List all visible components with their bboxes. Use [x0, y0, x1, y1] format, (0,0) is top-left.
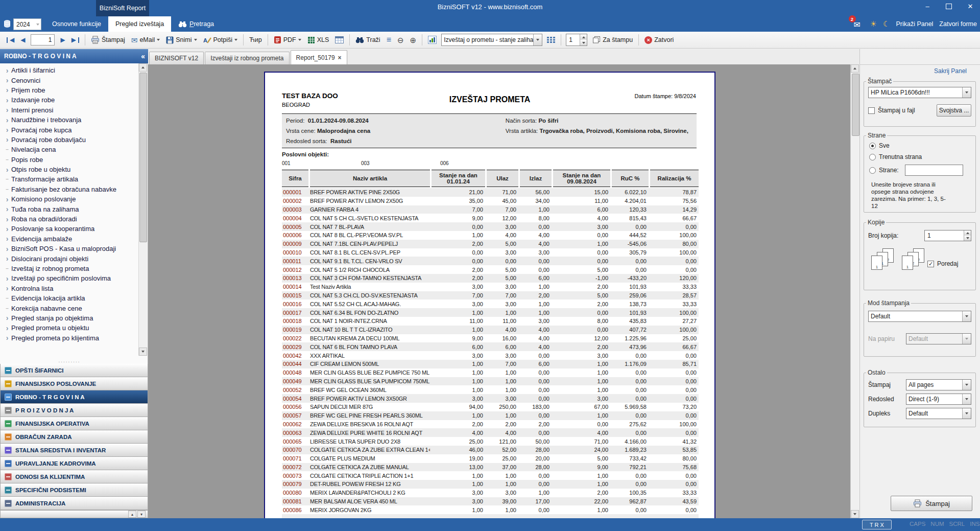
step-up-icon[interactable]	[580, 34, 587, 40]
sidebar-scrollbar[interactable]	[138, 63, 147, 356]
sidebar-item[interactable]: › Dislocirani prodajni objekti	[0, 253, 139, 263]
first-page-button[interactable]: ◀	[4, 35, 17, 45]
last-page-button[interactable]: ▶	[69, 35, 82, 45]
table-row[interactable]: 000009 COL NAT 7.1BL CEN-PLAV.PEPELJ 2,0…	[282, 240, 699, 248]
sidebar-item[interactable]: – Korekcija nabavne cene	[0, 303, 139, 313]
sidebar-item[interactable]: › Poslovanje sa kooperantima	[0, 224, 139, 234]
module-button[interactable]: OBRAČUN ZARADA	[0, 430, 148, 444]
pages-range-input[interactable]	[905, 165, 963, 176]
table-row[interactable]: 000048 MER CLIN GLASS BLUE BEZ PUMPICE 7…	[282, 368, 699, 377]
close-icon[interactable]: ×	[338, 54, 342, 61]
document-tab[interactable]: Izveštaji iz robnog prometa	[205, 52, 289, 64]
sidebar-item[interactable]: – Izveštaj iz robnog prometa	[0, 264, 139, 273]
for-print-button[interactable]: Za štampu	[590, 35, 635, 45]
restore-icon[interactable]	[943, 1, 954, 11]
table-row[interactable]: 000071 COLGATE PLUS MEDIUM 19,00 25,00 2…	[282, 454, 699, 463]
save-button[interactable]: Snimi	[163, 35, 199, 45]
sign-button[interactable]: A Potpiši	[201, 35, 241, 45]
table-row[interactable]: 000029 COL NAT 6 BL FON TAMNO PLAVA 6,00…	[282, 342, 699, 351]
app-report-tab[interactable]: BizniSoft Report	[96, 0, 149, 16]
pages-all-radio[interactable]: Sve	[869, 142, 975, 149]
sidebar-item[interactable]: › Povraćaj robe dobavljaču	[0, 135, 139, 145]
collate-checkbox[interactable]: ✓ Poredaj	[927, 260, 958, 267]
pages-range-radio[interactable]: Strane:	[869, 165, 975, 176]
export-xls-button[interactable]: XLS	[305, 35, 332, 45]
email-button[interactable]: ✉ eMail	[129, 35, 162, 45]
next-page-button[interactable]: ▶	[58, 35, 67, 45]
printer-properties-button[interactable]: Svojstva ...	[937, 104, 971, 117]
module-button[interactable]: FINANSIJSKA OPERATIVA	[0, 417, 148, 430]
table-row[interactable]: 000018 COL NAT 1 NOIR-INTEZ.CRNA 11,00 1…	[282, 317, 699, 326]
report-chart-icon[interactable]	[425, 34, 439, 45]
document-tab[interactable]: BIZNISOFT v12	[149, 52, 204, 64]
dark-theme-moon-icon[interactable]: ☾	[883, 19, 890, 29]
report-type-select[interactable]: Izveštaj o prometu - stanje zaliha	[441, 34, 542, 46]
menu-pretraga[interactable]: Pretraga	[171, 16, 221, 32]
sidebar-item[interactable]: › Roba na obradi/doradi	[0, 214, 139, 224]
step-down-icon[interactable]	[580, 40, 587, 45]
table-row[interactable]: 000073 COLGATE CETKICA TRIPLE ACTION 1+1…	[282, 471, 699, 480]
chevron-down-icon[interactable]	[962, 380, 971, 390]
mail-button[interactable]: ✉ 2	[853, 18, 864, 30]
table-row[interactable]: 000057 BREF WC GEL PINE FRESH PEARLS 360…	[282, 411, 699, 420]
table-row[interactable]: 000081 MER BALSAM ALOE VERA 450 ML 3,00 …	[282, 497, 699, 506]
table-row[interactable]: 000042 XXX ARTIKAL 3,00 3,00 0,00 3,00 0…	[282, 351, 699, 360]
scroll-up-icon[interactable]	[139, 63, 147, 72]
chevron-down-icon[interactable]	[962, 87, 971, 98]
step-up-icon[interactable]	[964, 230, 971, 236]
previous-page-button[interactable]: ◀	[18, 35, 28, 45]
print-copies-stepper[interactable]: 1	[566, 34, 587, 46]
duplex-select[interactable]: Default	[906, 408, 971, 419]
report-scrollbar[interactable]	[850, 64, 859, 518]
minimize-icon[interactable]: –	[922, 1, 933, 11]
zoom-out-icon[interactable]: ⊖	[395, 35, 407, 45]
print-mode-select[interactable]: Default	[868, 311, 971, 322]
table-row[interactable]: 000015 COL NAT 5.3 CH.CL DO-SV.KESTENJAS…	[282, 291, 699, 300]
sidebar-item[interactable]: › Artikli i šifarnici	[0, 65, 139, 75]
sidebar-item[interactable]: › Komisiono poslovanje	[0, 194, 139, 204]
sidebar-item[interactable]: › Kontrolna lista	[0, 284, 139, 293]
module-button[interactable]: P R O I Z V O D N J A	[0, 404, 148, 417]
sidebar-item[interactable]: – Popis robe	[0, 155, 139, 165]
sidebar-item[interactable]: › Otpis robe u objektu	[0, 165, 139, 174]
table-row[interactable]: 000056 SAPUN DECIJI MER 87G 94,00 250,00…	[282, 403, 699, 411]
table-row[interactable]: 000005 COL NAT 7 BL-PLAVA 0,00 3,00 0,00…	[282, 222, 699, 231]
table-row[interactable]: 000063 ZEWA DELUXE PURE WHITE 16 ROLNI A…	[282, 428, 699, 437]
table-row[interactable]: 000062 ZEWA DELUXE BRESKVA 16 ROLNI AQT …	[282, 420, 699, 429]
sidebar-item[interactable]: – Evidencija lokacija artikla	[0, 293, 139, 303]
export-pdf-button[interactable]: PDF	[271, 34, 304, 45]
close-icon[interactable]: ✕	[965, 1, 976, 11]
scrollbar-thumb[interactable]	[139, 73, 147, 242]
sidebar-item[interactable]: › Pregled prometa u objektu	[0, 323, 139, 333]
search-button[interactable]: Traži	[353, 35, 383, 45]
table-row[interactable]: 000006 COL NAT 8 BL CL-PEP.VEOMA SV.PL 1…	[282, 231, 699, 240]
menu-osnovne-funkcije[interactable]: Osnovne funkcije	[45, 16, 108, 32]
table-row[interactable]: 000011 COL NAT 9.1 BL T.CL. CEN-VRLO SV …	[282, 257, 699, 265]
print-button[interactable]: Štampaj	[88, 34, 128, 45]
sidebar-item[interactable]: – Transformacije artikala	[0, 174, 139, 184]
table-row[interactable]: 000072 COLGATE CETKICA ZA ZUBE MANUAL 13…	[282, 463, 699, 472]
module-button[interactable]: UPRAVLJANJE KADROVIMA	[0, 457, 148, 470]
collapse-sidebar-icon[interactable]: «	[141, 49, 145, 63]
order-select[interactable]: Direct (1-9)	[906, 394, 971, 405]
grid-columns-icon[interactable]	[544, 35, 558, 44]
print-to-file-checkbox[interactable]: Štampaj u fajl	[868, 107, 915, 114]
step-down-icon[interactable]	[964, 236, 971, 241]
table-row[interactable]: 000086 MERIX JORGOVAN 2KG 1,00 1,00 0,00…	[282, 505, 699, 514]
table-row[interactable]: 000070 COLGATE CETKICA ZA ZUBE EXTRA CLE…	[282, 446, 699, 454]
sidebar-item[interactable]: – Fakturisanje bez obračuna nabavke	[0, 184, 139, 194]
module-button[interactable]: FINANSIJSKO POSLOVANJE	[0, 377, 148, 390]
expand-down-icon[interactable]: ▾	[137, 511, 146, 518]
scroll-down-icon[interactable]	[139, 348, 147, 356]
table-row[interactable]: 000052 BREF WC GEL OCEAN 360ML 1,00 1,00…	[282, 385, 699, 394]
close-report-button[interactable]: × Zatvori	[642, 35, 676, 45]
table-row[interactable]: 000079 DET-RUBEL POWEW FRESH 12 KG 1,00 …	[282, 480, 699, 489]
module-button[interactable]: ROBNO - T R G O V I N A	[0, 390, 148, 404]
scroll-up-icon[interactable]	[851, 64, 859, 73]
zoom-in-icon[interactable]: ⊕	[408, 35, 419, 45]
table-row[interactable]: 000001 BREF POWER AKTIVE PINE 2X50G 21,0…	[282, 188, 699, 197]
year-select[interactable]: 2024	[13, 18, 41, 30]
sidebar-item[interactable]: › BizniSoft POS - Kasa u maloprodaji	[0, 244, 139, 253]
scrollbar-thumb[interactable]	[852, 74, 859, 136]
module-button[interactable]: STALNA SREDSTVA I INVENTAR	[0, 444, 148, 457]
